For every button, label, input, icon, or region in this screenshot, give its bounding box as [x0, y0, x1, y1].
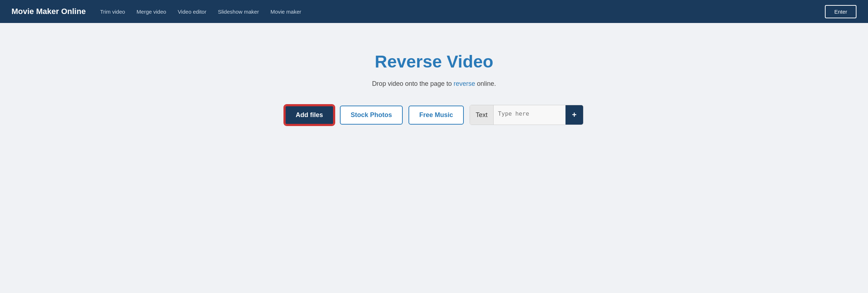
add-files-button[interactable]: Add files — [285, 105, 334, 125]
text-label: Text — [470, 105, 494, 125]
nav-link-slideshow-maker[interactable]: Slideshow maker — [218, 9, 259, 15]
main-header: Movie Maker Online Trim video Merge vide… — [0, 0, 868, 23]
stock-photos-button[interactable]: Stock Photos — [340, 106, 403, 125]
action-row: Add files Stock Photos Free Music Text + — [285, 105, 583, 125]
text-input-group: Text + — [470, 105, 583, 125]
page-title: Reverse Video — [375, 52, 493, 71]
text-input[interactable] — [494, 105, 565, 125]
free-music-button[interactable]: Free Music — [408, 106, 464, 125]
enter-button[interactable]: Enter — [825, 5, 857, 18]
brand-title: Movie Maker Online — [11, 7, 86, 16]
subtitle-text-start: Drop video onto the page to — [372, 80, 453, 87]
reverse-link[interactable]: reverse — [454, 80, 475, 87]
text-add-button[interactable]: + — [565, 105, 583, 125]
nav-links: Trim video Merge video Video editor Slid… — [100, 9, 301, 15]
nav-left: Movie Maker Online Trim video Merge vide… — [11, 7, 301, 16]
main-content: Reverse Video Drop video onto the page t… — [0, 23, 868, 139]
nav-link-merge-video[interactable]: Merge video — [137, 9, 166, 15]
subtitle: Drop video onto the page to reverse onli… — [372, 80, 496, 88]
nav-link-movie-maker[interactable]: Movie maker — [271, 9, 301, 15]
subtitle-text-end: online. — [475, 80, 496, 87]
nav-link-video-editor[interactable]: Video editor — [178, 9, 207, 15]
nav-link-trim-video[interactable]: Trim video — [100, 9, 125, 15]
